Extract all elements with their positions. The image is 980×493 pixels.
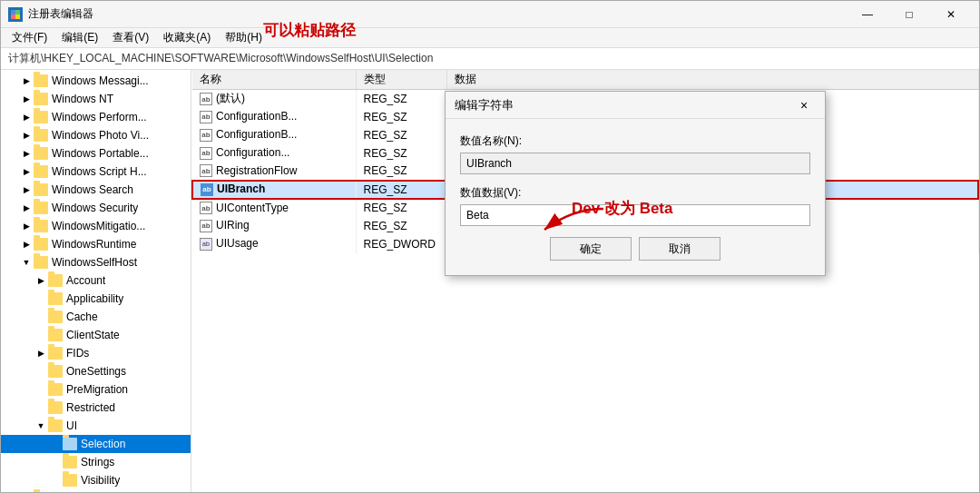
folder-icon <box>63 456 77 468</box>
folder-icon <box>63 474 77 487</box>
tree-item-premigration[interactable]: PreMigration <box>1 380 191 399</box>
ok-button[interactable]: 确定 <box>550 237 632 261</box>
menu-view[interactable]: 查看(V) <box>105 28 156 47</box>
expand-arrow: ▶ <box>19 146 34 161</box>
cell-name: abConfigurationB... <box>192 108 356 126</box>
cell-name: abConfigurationB... <box>192 126 356 144</box>
menu-file[interactable]: 文件(F) <box>5 28 54 47</box>
expand-arrow <box>34 291 48 306</box>
tree-item-windows-script[interactable]: ▶ Windows Script H... <box>1 163 191 181</box>
tree-item-label: Windows Photo Vi... <box>52 129 149 142</box>
close-button[interactable]: ✕ <box>930 1 972 28</box>
tree-item-windows-portable[interactable]: ▶ Windows Portable... <box>1 144 191 163</box>
tree-item-label: Windows Perform... <box>52 111 147 123</box>
menu-edit[interactable]: 编辑(E) <box>54 28 105 47</box>
tree-item-label: Restricted <box>66 401 115 414</box>
folder-icon <box>48 419 63 432</box>
maximize-button[interactable]: □ <box>888 1 930 28</box>
col-name[interactable]: 名称 <box>192 70 356 90</box>
folder-icon <box>48 365 63 378</box>
expand-arrow: ▶ <box>19 201 34 215</box>
cell-type: REG_SZ <box>356 108 446 126</box>
value-data-input[interactable] <box>460 204 810 226</box>
cell-type: REG_SZ <box>356 126 446 144</box>
tree-item-windowsselfhost[interactable]: ▼ WindowsSelfHost <box>1 253 191 271</box>
tree-item-windowsruntime[interactable]: ▶ WindowsRuntime <box>1 235 191 253</box>
title-bar: 注册表编辑器 — □ ✕ <box>1 1 979 28</box>
tree-item-windows-security[interactable]: ▶ Windows Security <box>1 199 191 217</box>
tree-item-windowsupdate[interactable]: ▶ WindowsUpdate <box>1 489 191 492</box>
tree-item-label: UI <box>66 419 77 432</box>
folder-icon <box>48 274 63 287</box>
tree-item-label: WindowsRuntime <box>52 238 136 251</box>
expand-arrow: ▼ <box>19 255 34 270</box>
menu-favorites[interactable]: 收藏夹(A) <box>156 28 218 47</box>
folder-icon <box>48 383 63 396</box>
tree-item-fids[interactable]: ▶ FIDs <box>1 344 191 362</box>
expand-arrow <box>48 437 63 451</box>
expand-arrow <box>34 400 48 415</box>
expand-arrow: ▶ <box>19 491 34 492</box>
tree-item-label: Selection <box>81 438 125 450</box>
expand-arrow: ▼ <box>34 419 48 433</box>
col-data[interactable]: 数据 <box>446 70 978 90</box>
tree-item-strings[interactable]: Strings <box>1 453 191 471</box>
ab-icon: ab <box>200 202 212 214</box>
tree-item-windows-search[interactable]: ▶ Windows Search <box>1 181 191 199</box>
tree-item-label: PreMigration <box>66 383 128 396</box>
tree-item-windows-messagin[interactable]: ▶ Windows Messagi... <box>1 72 191 90</box>
cancel-button[interactable]: 取消 <box>639 237 720 261</box>
expand-arrow: ▶ <box>19 164 34 179</box>
tree-item-windows-photo[interactable]: ▶ Windows Photo Vi... <box>1 126 191 144</box>
ab-icon: ab <box>200 164 212 177</box>
tree-item-label: Windows NT <box>52 93 113 105</box>
tree-item-clientstate[interactable]: ClientState <box>1 326 191 344</box>
folder-icon <box>34 238 48 251</box>
cell-name: ab(默认) <box>192 90 356 108</box>
ab-icon: ab <box>200 220 212 232</box>
address-path[interactable]: 计算机\HKEY_LOCAL_MACHINE\SOFTWARE\Microsof… <box>8 51 433 66</box>
tree-item-windows-perform[interactable]: ▶ Windows Perform... <box>1 108 191 126</box>
tree-item-restricted[interactable]: Restricted <box>1 399 191 417</box>
dialog-buttons: 确定 取消 <box>460 237 810 264</box>
cell-type: REG_SZ <box>356 217 446 235</box>
menu-help[interactable]: 帮助(H) <box>218 28 270 47</box>
edit-string-dialog[interactable]: 编辑字符串 × 数值名称(N): 数值数据(V): 确定 取消 <box>445 91 826 276</box>
tree-panel[interactable]: ▶ Windows Messagi... ▶ Windows NT ▶ Wind… <box>1 70 191 492</box>
address-bar: 计算机\HKEY_LOCAL_MACHINE\SOFTWARE\Microsof… <box>1 48 979 70</box>
window-title: 注册表编辑器 <box>28 6 847 22</box>
svg-rect-1 <box>15 10 20 15</box>
tree-item-label: Applicability <box>66 292 123 305</box>
tree-item-account[interactable]: ▶ Account <box>1 271 191 290</box>
dialog-close-button[interactable]: × <box>792 94 816 117</box>
tree-item-windows-nt[interactable]: ▶ Windows NT <box>1 90 191 108</box>
ab-icon: ab <box>201 183 213 196</box>
tree-item-onesettings[interactable]: OneSettings <box>1 362 191 380</box>
cell-type: REG_SZ <box>356 163 446 181</box>
dword-icon: ab <box>200 238 212 251</box>
tree-item-label: WindowsMitigatio... <box>52 220 145 232</box>
cell-type: REG_SZ <box>356 181 446 199</box>
folder-icon <box>34 111 48 123</box>
ab-icon: ab <box>200 111 212 123</box>
tree-item-label: Strings <box>81 456 114 468</box>
minimize-button[interactable]: — <box>847 1 888 28</box>
col-type[interactable]: 类型 <box>356 70 446 90</box>
tree-item-cache[interactable]: Cache <box>1 308 191 326</box>
folder-icon <box>34 147 48 160</box>
tree-item-selection[interactable]: Selection <box>1 435 191 453</box>
expand-arrow <box>34 382 48 397</box>
tree-item-visibility[interactable]: Visibility <box>1 471 191 489</box>
folder-icon <box>48 329 63 341</box>
svg-rect-2 <box>11 15 15 19</box>
tree-item-windowsmitigation[interactable]: ▶ WindowsMitigatio... <box>1 217 191 235</box>
cell-name: abConfiguration... <box>192 144 356 163</box>
expand-arrow: ▶ <box>19 92 34 106</box>
tree-item-ui[interactable]: ▼ UI <box>1 417 191 435</box>
tree-item-label: Cache <box>66 311 98 323</box>
tree-item-applicability[interactable]: Applicability <box>1 290 191 308</box>
folder-icon <box>34 93 48 105</box>
value-name-input[interactable] <box>460 153 810 174</box>
expand-arrow <box>34 364 48 379</box>
tree-item-label: Windows Messagi... <box>52 74 149 87</box>
